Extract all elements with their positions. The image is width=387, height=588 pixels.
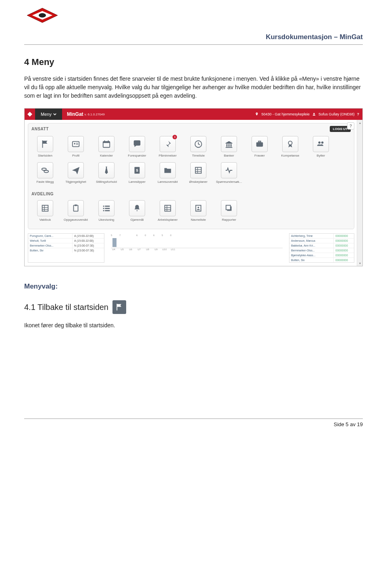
pulse-icon xyxy=(221,162,237,178)
table-row: Bernmarker-Olss...N (23:00-07:30) xyxy=(28,243,104,248)
item-label: Rapporter xyxy=(214,218,243,222)
item-label: Kompetanse xyxy=(276,154,305,157)
grid-icon xyxy=(37,200,53,216)
svg-point-37 xyxy=(39,13,46,18)
person-icon xyxy=(190,200,206,216)
header-rule xyxy=(24,44,363,45)
menyvalg-heading: Menyvalg: xyxy=(24,282,363,291)
menu-tab[interactable]: Meny xyxy=(35,109,62,120)
background-content: Porsgrunn, Cami...A (15:00-22:00)Weholt,… xyxy=(25,231,362,266)
topbar: Meny MinGat v. 6.1.0.27049 50430 - Gat h… xyxy=(25,109,362,120)
grid-icon xyxy=(190,162,206,178)
page-footer: Side 5 av 19 xyxy=(24,421,363,427)
section-body: På venstre side i startsiden finnes det … xyxy=(24,75,363,100)
item-label: Timeliste xyxy=(184,154,213,157)
id-icon xyxy=(68,136,84,152)
topbar-help[interactable]: ? xyxy=(357,112,360,116)
table-row: Andersson, Marcus00000000 xyxy=(289,239,354,243)
chevron-down-icon xyxy=(53,113,56,116)
avdeling-item-navneliste[interactable]: Navneliste xyxy=(184,200,213,222)
ansatt-item-frav-r[interactable]: Fravær xyxy=(245,136,274,157)
ansatt-item-l-nnslipper[interactable]: Lønnslipper xyxy=(123,162,152,184)
ansatt-item-p-minnelser[interactable]: 3Påminnelser xyxy=(153,136,182,157)
ansatt-item-stillingsforhold[interactable]: Stillingsforhold xyxy=(92,162,121,184)
ansatt-item-startsiden[interactable]: Startsiden xyxy=(31,136,60,157)
ansatt-item-timeliste[interactable]: Timeliste xyxy=(184,136,213,157)
ansatt-item-kompetanse[interactable]: Kompetanse xyxy=(276,136,305,157)
list-icon xyxy=(98,200,114,216)
menu-label: Meny xyxy=(41,112,52,117)
subsection-heading: 4.1 Tilbake til startsiden xyxy=(24,303,108,312)
scroll-down-icon[interactable]: ▾ xyxy=(357,260,362,266)
ansatt-item-tilgjengelighet[interactable]: Tilgjengelighet xyxy=(61,162,90,184)
item-label: Stillingsforhold xyxy=(92,180,121,184)
avdeling-item-rapporter[interactable]: Rapporter xyxy=(214,200,243,222)
help-button[interactable]: ? xyxy=(347,122,354,130)
ansatt-item-faste-tillegg[interactable]: Faste tillegg xyxy=(31,162,60,184)
avdeling-item-vaktbok[interactable]: Vaktbok xyxy=(31,200,60,222)
item-label: Faste tillegg xyxy=(31,180,60,184)
item-label: Fravær xyxy=(245,154,274,157)
table-row: Weholt, TorillA (15:00-22:00) xyxy=(28,239,104,243)
bg-chart: 5760650 U4U5U6U7U8U9U10U11 xyxy=(111,233,283,263)
app-name: MinGat xyxy=(67,111,83,117)
bell-icon xyxy=(129,200,145,216)
avdeling-item-gj-rem-l[interactable]: Gjøremål xyxy=(123,200,152,222)
scrollbar[interactable]: ▴ ▾ xyxy=(357,120,362,266)
ansatt-item-l-nnsoversikt[interactable]: Lønnsoversikt xyxy=(153,162,182,184)
scroll-up-icon[interactable]: ▴ xyxy=(357,120,362,126)
case-icon xyxy=(252,136,268,152)
stack-icon xyxy=(221,200,237,216)
ansatt-item-kalender[interactable]: Kalender xyxy=(92,136,121,157)
table-row: Bernmarker-Olss...00000000 xyxy=(289,248,354,253)
kurs-label: (kurs1) xyxy=(28,121,37,123)
item-label: Startsiden xyxy=(31,154,60,157)
ansatt-item-bytter[interactable]: Bytter xyxy=(306,136,335,157)
ansatt-item--nskeplaner[interactable]: Ønskeplaner xyxy=(184,162,213,184)
table-row: Bjørnetykke-Aass...00000000 xyxy=(289,253,354,258)
table-row: Porsgrunn, Cami...A (15:00-22:00) xyxy=(28,234,104,239)
grid-ansatt: StartsidenProfilKalenderForespørsler3Påm… xyxy=(28,133,354,188)
item-label: Forespørsler xyxy=(123,154,152,157)
ansatt-item-sp-rreunders-k-[interactable]: Spørreundersøk... xyxy=(214,162,243,184)
brand-icon[interactable] xyxy=(25,111,35,117)
item-label: Bytter xyxy=(306,154,335,157)
item-label: Profil xyxy=(61,154,90,157)
folder-icon xyxy=(160,162,176,178)
bg-table-right: Achterberg, Trine00000000Andersson, Marc… xyxy=(289,233,354,263)
doc-title: Kursdokumentasjon – MinGat xyxy=(24,33,363,41)
badge: 3 xyxy=(173,135,177,139)
cal-icon xyxy=(98,136,114,152)
flag-icon xyxy=(112,300,126,314)
chat-icon xyxy=(129,136,145,152)
svg-marker-38 xyxy=(27,112,32,117)
people-icon xyxy=(313,136,329,152)
item-label: Arbeidsplaner xyxy=(153,218,182,222)
menu-panel: ANSATT LOGG UT StartsidenProfilKalenderF… xyxy=(28,123,354,229)
app-screenshot: Meny MinGat v. 6.1.0.27049 50430 - Gat h… xyxy=(24,108,363,266)
item-label: Ønskeplaner xyxy=(184,180,213,184)
tie-icon xyxy=(98,162,114,178)
location-label[interactable]: 50430 - Gat hjemmesykepleie xyxy=(261,112,310,116)
avdeling-item-ukevisning[interactable]: Ukevisning xyxy=(92,200,121,222)
bg-table-left: Porsgrunn, Cami...A (15:00-22:00)Weholt,… xyxy=(28,233,104,263)
avdeling-item-oppgaveoversikt[interactable]: Oppgaveoversikt xyxy=(61,200,90,222)
rosette-icon xyxy=(282,136,298,152)
footer-rule xyxy=(24,419,363,419)
table-row: Botten, Siv00000000 xyxy=(289,258,354,262)
item-label: Banker xyxy=(214,154,243,157)
section-heading: 4 Meny xyxy=(24,57,363,67)
send-icon xyxy=(68,162,84,178)
flag-icon xyxy=(37,136,53,152)
ansatt-item-profil[interactable]: Profil xyxy=(61,136,90,157)
item-label: Ukevisning xyxy=(92,218,121,222)
avdeling-item-arbeidsplaner[interactable]: Arbeidsplaner xyxy=(153,200,182,222)
item-label: Tilgjengelighet xyxy=(61,180,90,184)
user-label[interactable]: Sofus Gulløy (ONE68) xyxy=(318,112,355,116)
grid-icon xyxy=(160,200,176,216)
table-row: Bakkebø, Ann Kri...00000000 xyxy=(289,243,354,248)
clock-icon xyxy=(190,136,206,152)
ansatt-item-banker[interactable]: Banker xyxy=(214,136,243,157)
ansatt-item-foresp-rsler[interactable]: Forespørsler xyxy=(123,136,152,157)
user-icon xyxy=(312,112,316,116)
